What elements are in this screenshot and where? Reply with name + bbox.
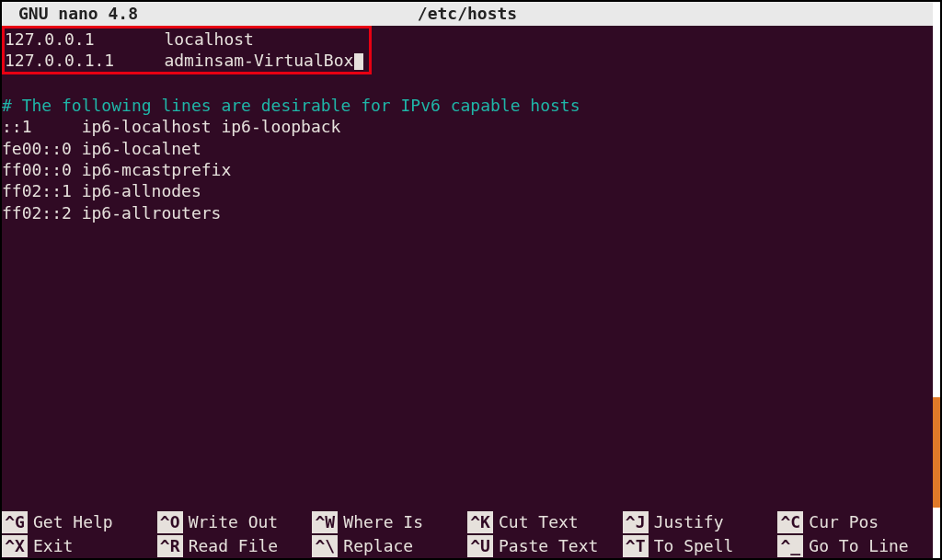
shortcut-cut-text[interactable]: ^KCut Text [467, 510, 623, 534]
shortcut-label: Paste Text [499, 535, 598, 556]
ipv6-line: fe00::0 ip6-localnet [2, 138, 933, 159]
terminal[interactable]: GNU nano 4.8 /etc/hosts 127.0.0.1 localh… [2, 2, 940, 558]
shortcut-key: ^X [2, 535, 28, 556]
shortcut-key: ^J [623, 511, 649, 532]
shortcut-key: ^T [623, 535, 649, 556]
entry-host: localhost [164, 29, 254, 49]
shortcut-bar: ^GGet Help ^OWrite Out ^WWhere Is ^KCut … [2, 510, 933, 558]
shortcut-key: ^_ [777, 535, 803, 556]
shortcut-label: Cut Text [499, 511, 579, 532]
shortcut-exit[interactable]: ^XExit [2, 534, 157, 558]
shortcut-label: Go To Line [809, 535, 908, 556]
shortcut-replace[interactable]: ^\Replace [312, 534, 467, 558]
shortcut-get-help[interactable]: ^GGet Help [2, 510, 157, 534]
shortcut-cur-pos[interactable]: ^CCur Pos [777, 510, 933, 534]
shortcut-label: Where Is [343, 511, 423, 532]
shortcut-key: ^U [467, 535, 493, 556]
hosts-entry: 127.0.0.1 localhost [5, 29, 363, 50]
shortcut-read-file[interactable]: ^RRead File [157, 534, 313, 558]
shortcut-key: ^C [777, 511, 803, 532]
shortcut-key: ^O [157, 511, 183, 532]
shortcut-key: ^G [2, 511, 28, 532]
hosts-entry: 127.0.0.1.1 adminsam-VirtualBox [5, 50, 363, 71]
nano-app-name: GNU nano 4.8 [18, 3, 138, 24]
shortcut-paste-text[interactable]: ^UPaste Text [467, 534, 623, 558]
shortcut-go-to-line[interactable]: ^_Go To Line [777, 534, 933, 558]
shortcut-where-is[interactable]: ^WWhere Is [312, 510, 467, 534]
blank-line [2, 74, 933, 95]
shortcut-label: Exit [33, 535, 73, 556]
scrollbar-thumb[interactable] [933, 397, 940, 508]
ipv6-line: ff02::1 ip6-allnodes [2, 180, 933, 201]
text-cursor [354, 53, 363, 70]
shortcut-label: To Spell [654, 535, 734, 556]
editor-content[interactable]: 127.0.0.1 localhost 127.0.0.1.1 adminsam… [2, 26, 933, 510]
shortcut-write-out[interactable]: ^OWrite Out [157, 510, 313, 534]
shortcut-label: Cur Pos [809, 511, 879, 532]
comment-line: # The following lines are desirable for … [2, 95, 933, 116]
shortcut-key: ^K [467, 511, 493, 532]
app-frame: GNU nano 4.8 /etc/hosts 127.0.0.1 localh… [0, 0, 942, 560]
ipv6-line: ff02::2 ip6-allrouters [2, 202, 933, 223]
shortcut-key: ^\ [312, 535, 338, 556]
entry-ip: 127.0.0.1.1 [5, 51, 114, 70]
shortcut-label: Justify [654, 511, 724, 532]
nano-file-name: /etc/hosts [2, 3, 933, 24]
shortcut-to-spell[interactable]: ^TTo Spell [623, 534, 778, 558]
entry-ip: 127.0.0.1 [5, 29, 95, 49]
shortcut-label: Get Help [33, 511, 113, 532]
shortcut-key: ^R [157, 535, 183, 556]
shortcut-label: Replace [343, 535, 413, 556]
shortcut-justify[interactable]: ^JJustify [623, 510, 778, 534]
shortcut-key: ^W [312, 511, 338, 532]
ipv6-line: ff00::0 ip6-mcastprefix [2, 159, 933, 180]
shortcut-label: Write Out [189, 511, 279, 532]
ipv6-line: ::1 ip6-localhost ip6-loopback [2, 116, 933, 137]
nano-titlebar: GNU nano 4.8 /etc/hosts [2, 2, 940, 26]
entry-host: adminsam-VirtualBox [164, 51, 353, 70]
highlight-annotation: 127.0.0.1 localhost 127.0.0.1.1 adminsam… [2, 26, 372, 74]
shortcut-label: Read File [189, 535, 279, 556]
